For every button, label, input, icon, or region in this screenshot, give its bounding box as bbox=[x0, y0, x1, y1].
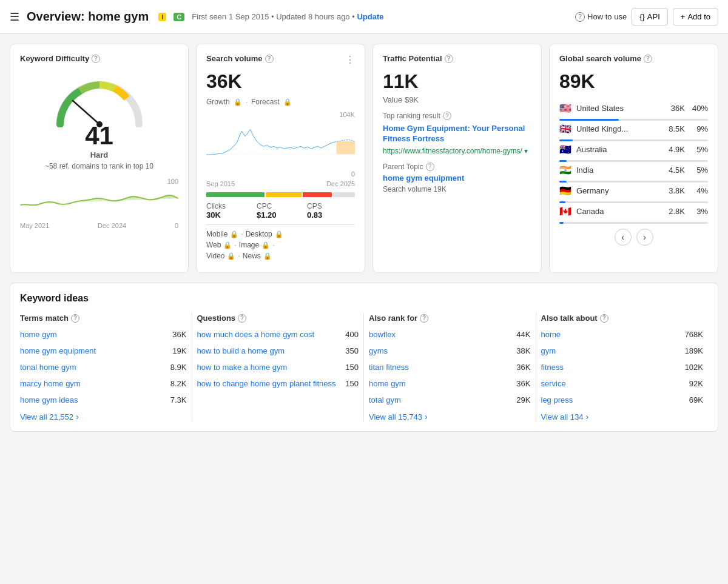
sv-serp-row3: Video 🔒 · News 🔒 bbox=[206, 252, 355, 260]
ki-terms-kw[interactable]: home gym equipment bbox=[20, 346, 167, 355]
tp-ranking-link[interactable]: Home Gym Equipment: Your Personal Fitnes… bbox=[383, 124, 531, 144]
intent-bar-navigational bbox=[333, 192, 355, 197]
gsv-help-icon[interactable]: ? bbox=[644, 55, 652, 63]
sv-forecast-lock: 🔒 bbox=[283, 98, 292, 106]
ki-terms-arrow-icon: › bbox=[76, 412, 79, 421]
ki-questions-kw[interactable]: how much does a home gym cost bbox=[197, 330, 341, 339]
tp-top-ranking-label: Top ranking result bbox=[383, 112, 440, 120]
tp-parent-help[interactable]: ? bbox=[426, 163, 434, 171]
ki-also-rank-kw[interactable]: home gym bbox=[369, 379, 511, 388]
tp-title-text: Traffic Potential bbox=[383, 54, 442, 63]
api-button[interactable]: {} API bbox=[632, 8, 668, 25]
ki-also-talk-rows: home768Kgym189Kfitness102Kservice92Kleg … bbox=[541, 330, 704, 404]
ki-also-talk-view-all-text: View all 134 bbox=[541, 412, 584, 421]
ki-also-talk-kw[interactable]: gym bbox=[541, 346, 680, 355]
ki-terms-view-all[interactable]: View all 21,552 › bbox=[20, 412, 187, 421]
ki-questions-label: Questions bbox=[197, 314, 236, 323]
tp-top-ranking-help[interactable]: ? bbox=[443, 112, 451, 120]
intent-bar-transactional bbox=[303, 192, 332, 197]
menu-icon[interactable]: ☰ bbox=[10, 10, 19, 24]
update-link[interactable]: Update bbox=[357, 12, 383, 21]
gsv-title: Global search volume ? bbox=[559, 54, 652, 63]
gsv-value: 89K bbox=[559, 70, 708, 93]
tp-help-icon[interactable]: ? bbox=[445, 55, 453, 63]
sv-growth-label: Growth bbox=[206, 98, 230, 106]
gsv-country-row: 🇦🇺 Australia 4.9K 5% bbox=[559, 144, 708, 162]
ki-also-rank-kw[interactable]: gyms bbox=[369, 346, 511, 355]
country-pct: 40% bbox=[690, 104, 708, 113]
country-name: United States bbox=[576, 104, 656, 113]
ki-terms-kw[interactable]: home gym ideas bbox=[20, 395, 166, 404]
ki-also-talk-kw[interactable]: fitness bbox=[541, 363, 680, 372]
country-name: India bbox=[576, 166, 656, 175]
country-pct: 4% bbox=[690, 186, 708, 195]
ki-also-rank-row: titan fitness36K bbox=[369, 363, 531, 372]
ki-also-talk-kw[interactable]: leg press bbox=[541, 395, 684, 404]
country-bar-fill bbox=[559, 201, 565, 203]
ki-terms-kw[interactable]: home gym bbox=[20, 330, 167, 339]
ki-questions-help[interactable]: ? bbox=[238, 314, 246, 323]
intent-bar-commercial bbox=[266, 192, 302, 197]
gauge-container: 41 Hard ~58 ref. domains to rank in top … bbox=[20, 73, 178, 170]
ki-also-rank-row: total gym29K bbox=[369, 395, 531, 404]
ki-questions-vol: 350 bbox=[345, 346, 359, 355]
sv-divider bbox=[206, 224, 355, 225]
tp-url-dropdown-icon[interactable]: ▾ bbox=[524, 147, 528, 155]
ki-terms-row: home gym36K bbox=[20, 330, 187, 339]
country-flag: 🇦🇺 bbox=[559, 144, 571, 155]
country-name: Germany bbox=[576, 186, 656, 195]
ki-questions-kw[interactable]: how to make a home gym bbox=[197, 363, 341, 372]
ki-also-rank-kw[interactable]: bowflex bbox=[369, 330, 511, 339]
sv-clicks: Clicks 30K bbox=[206, 202, 254, 220]
ki-also-rank-kw[interactable]: total gym bbox=[369, 395, 511, 404]
kd-help-icon[interactable]: ? bbox=[92, 55, 100, 63]
sv-dots-menu[interactable]: ⋮ bbox=[345, 54, 355, 65]
ki-also-talk-view-all[interactable]: View all 134 › bbox=[541, 412, 704, 421]
ki-questions-kw[interactable]: how to change home gym planet fitness bbox=[197, 379, 341, 388]
sv-cpc-label: CPC bbox=[257, 202, 305, 210]
ki-terms-kw[interactable]: tonal home gym bbox=[20, 363, 166, 372]
gauge-label: Hard bbox=[90, 150, 109, 159]
api-label: API bbox=[647, 12, 660, 21]
ki-terms-kw[interactable]: marcy home gym bbox=[20, 379, 166, 388]
ki-also-rank-vol: 36K bbox=[516, 379, 530, 388]
main-content: Keyword Difficulty ? bbox=[0, 34, 728, 441]
country-vol: 8.5K bbox=[661, 124, 685, 133]
ki-questions-vol: 150 bbox=[345, 363, 359, 372]
ki-terms-vol: 36K bbox=[172, 330, 186, 339]
gsv-prev-button[interactable]: ‹ bbox=[615, 229, 632, 246]
sv-news-label: News bbox=[243, 252, 261, 260]
how-to-use-label: How to use bbox=[587, 12, 627, 21]
badge-c: C bbox=[174, 13, 184, 21]
tp-url[interactable]: https://www.fitnessfactory.com/home-gyms… bbox=[383, 147, 531, 155]
ki-also-talk-kw[interactable]: home bbox=[541, 330, 680, 339]
ki-terms-row: home gym equipment19K bbox=[20, 346, 187, 355]
gauge-sub: ~58 ref. domains to rank in top 10 bbox=[45, 162, 153, 170]
country-pct: 5% bbox=[690, 145, 708, 154]
country-flag: 🇮🇳 bbox=[559, 164, 571, 176]
ki-also-talk-help[interactable]: ? bbox=[600, 314, 608, 323]
tp-parent-link[interactable]: home gym equipment bbox=[383, 173, 531, 183]
sv-stats: Clicks 30K CPC $1.20 CPS 0.83 bbox=[206, 202, 355, 220]
ki-also-rank-help[interactable]: ? bbox=[420, 314, 428, 323]
sv-chart-end: Dec 2025 bbox=[326, 180, 355, 187]
ki-also-talk-header: Also talk about ? bbox=[541, 314, 704, 323]
ki-questions-header: Questions ? bbox=[197, 314, 359, 323]
ki-also-rank-view-all[interactable]: View all 15,743 › bbox=[369, 412, 531, 421]
ki-also-rank-kw[interactable]: titan fitness bbox=[369, 363, 511, 372]
ki-also-talk-kw[interactable]: service bbox=[541, 379, 684, 388]
ki-terms-row: tonal home gym8.9K bbox=[20, 363, 187, 372]
ki-terms-match-help[interactable]: ? bbox=[71, 314, 79, 323]
ki-terms-vol: 19K bbox=[172, 346, 186, 355]
tp-value: 11K bbox=[383, 70, 531, 93]
how-to-use-button[interactable]: ? How to use bbox=[575, 12, 627, 22]
ki-also-rank-row: bowflex44K bbox=[369, 330, 531, 339]
country-vol: 4.5K bbox=[661, 166, 685, 175]
gsv-next-button[interactable]: › bbox=[636, 229, 653, 246]
add-to-button[interactable]: + Add to bbox=[673, 8, 718, 25]
ki-also-rank-vol: 29K bbox=[516, 395, 530, 404]
sv-serp-row2: Web 🔒 · Image 🔒 · bbox=[206, 241, 355, 249]
sv-help-icon[interactable]: ? bbox=[265, 55, 274, 63]
tp-top-ranking-title: Top ranking result ? bbox=[383, 112, 531, 120]
ki-questions-kw[interactable]: how to build a home gym bbox=[197, 346, 341, 355]
